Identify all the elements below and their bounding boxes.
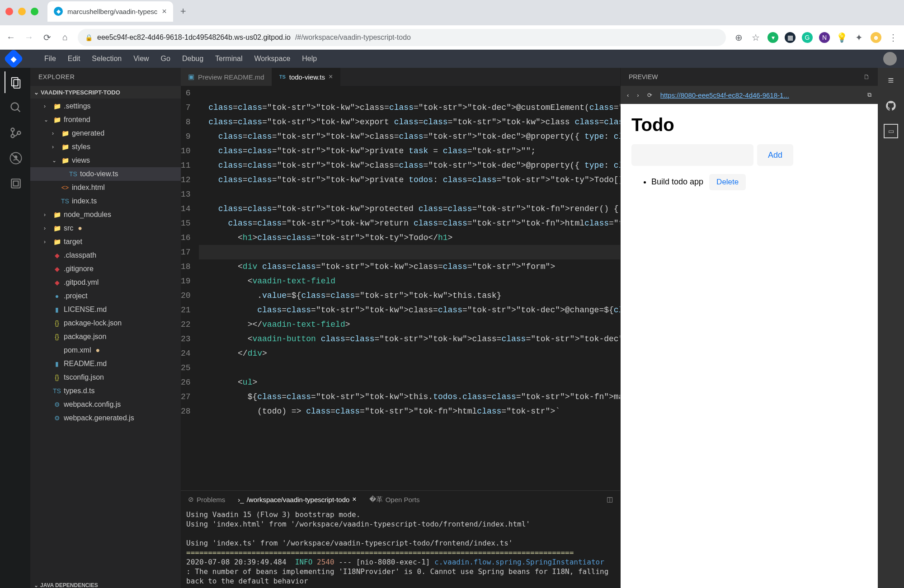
preview-back-icon[interactable]: ‹ <box>627 92 629 99</box>
extensions-menu-icon[interactable]: ✦ <box>853 32 864 43</box>
file-item[interactable]: ▮README.md <box>30 357 181 371</box>
forward-button[interactable]: → <box>24 32 34 43</box>
file-item[interactable]: <>index.html <box>30 181 181 194</box>
close-tab-icon[interactable]: × <box>162 7 167 16</box>
file-icon: ◆ <box>53 279 61 286</box>
folder-item[interactable]: ›📁src● <box>30 221 181 235</box>
open-file-icon[interactable]: 🗋 <box>863 73 870 80</box>
file-item[interactable]: TSindex.ts <box>30 194 181 208</box>
file-item[interactable]: TStodo-view.ts <box>30 167 181 181</box>
file-label: target <box>64 238 82 246</box>
delete-button[interactable]: Delete <box>709 174 746 190</box>
menu-edit[interactable]: Edit <box>68 55 80 63</box>
maximize-window-button[interactable] <box>31 8 38 15</box>
close-window-button[interactable] <box>5 8 13 15</box>
code-editor[interactable]: 6 7 8 9 10 11 12 13 14 15 16 17 18 19 20… <box>181 86 620 490</box>
gitpod-favicon-icon: ◆ <box>54 7 63 16</box>
file-item[interactable]: ⚙webpack.generated.js <box>30 411 181 425</box>
tab-readme[interactable]: ▣ Preview README.md <box>181 68 272 86</box>
reload-button[interactable]: ⟳ <box>42 32 52 43</box>
close-icon[interactable]: × <box>352 495 356 503</box>
tab-todo-view[interactable]: TS todo-view.ts × <box>272 68 341 86</box>
chevron-icon: › <box>44 103 50 109</box>
project-section[interactable]: ⌄ VAADIN-TYPESCRIPT-TODO <box>30 86 181 99</box>
file-item[interactable]: ◆.classpath <box>30 249 181 262</box>
open-external-icon[interactable]: ⧉ <box>867 91 871 99</box>
warning-icon: ⊘ <box>188 495 194 503</box>
file-item[interactable]: ◆.gitignore <box>30 262 181 276</box>
problems-tab[interactable]: ⊘Problems <box>188 495 225 503</box>
right-activity-bar: ≡ ▭ <box>878 68 904 588</box>
preview-reload-icon[interactable]: ⟳ <box>647 92 652 99</box>
preview-url[interactable]: https://8080-eee5c94f-ec82-4d46-9618-1..… <box>660 91 859 99</box>
folder-item[interactable]: ⌄📁views <box>30 154 181 167</box>
menu-terminal[interactable]: Terminal <box>215 55 242 63</box>
menu-go[interactable]: Go <box>161 55 170 63</box>
profile-avatar[interactable]: ☻ <box>871 32 881 43</box>
file-item[interactable]: ◆.gitpod.yml <box>30 276 181 289</box>
menu-view[interactable]: View <box>133 55 149 63</box>
menu-debug[interactable]: Debug <box>182 55 203 63</box>
file-label: index.ts <box>72 197 97 205</box>
file-tree: ›📁.settings⌄📁frontend›📁generated›📁styles… <box>30 99 181 579</box>
browser-tab[interactable]: ◆ marcushellberg/vaadin-typesc × <box>47 1 173 22</box>
source-control-icon[interactable] <box>5 122 26 144</box>
editor-group-preview: PREVIEW 🗋 ‹ › ⟳ https://8080-eee5c94f-ec… <box>620 68 878 588</box>
explorer-icon[interactable] <box>5 71 26 93</box>
folder-item[interactable]: ›📁target <box>30 235 181 249</box>
menu-help[interactable]: Help <box>302 55 317 63</box>
folder-item[interactable]: ⌄📁frontend <box>30 113 181 127</box>
list-icon[interactable]: ≡ <box>884 73 898 88</box>
svg-point-9 <box>14 156 17 158</box>
browser-actions: ⊕ ☆ ▾ ▦ G N 💡 ✦ ☻ ⋮ <box>733 32 899 43</box>
file-item[interactable]: ●.project <box>30 289 181 303</box>
file-item[interactable]: {}package.json <box>30 330 181 343</box>
menu-selection[interactable]: Selection <box>92 55 122 63</box>
menu-file[interactable]: File <box>44 55 56 63</box>
file-icon: <> <box>61 184 69 191</box>
file-item[interactable]: pom.xml● <box>30 343 181 357</box>
folder-item[interactable]: ›📁generated <box>30 127 181 140</box>
add-button[interactable]: Add <box>757 144 793 166</box>
search-icon[interactable] <box>5 97 26 118</box>
extension-icon[interactable]: ▾ <box>767 32 778 43</box>
terminal-output[interactable]: Using Vaadin 15 (Flow 3) bootstrap mode.… <box>181 508 620 588</box>
file-item[interactable]: ⚙webpack.config.js <box>30 398 181 411</box>
bookmark-icon[interactable]: ☆ <box>750 32 761 43</box>
todo-input[interactable] <box>631 144 753 166</box>
folder-item[interactable]: ›📁node_modules <box>30 208 181 221</box>
extension-icon[interactable]: 💡 <box>836 32 847 43</box>
outline-icon[interactable] <box>5 173 26 194</box>
java-deps-section[interactable]: ⌄ JAVA DEPENDENCIES <box>30 579 181 588</box>
file-item[interactable]: TStypes.d.ts <box>30 384 181 398</box>
minimize-window-button[interactable] <box>18 8 26 15</box>
github-icon[interactable] <box>884 99 898 113</box>
close-tab-icon[interactable]: × <box>329 73 333 81</box>
file-item[interactable]: ▮LICENSE.md <box>30 303 181 316</box>
folder-item[interactable]: ›📁.settings <box>30 99 181 113</box>
file-item[interactable]: {}tsconfig.json <box>30 371 181 384</box>
folder-item[interactable]: ›📁styles <box>30 140 181 154</box>
browser-menu-icon[interactable]: ⋮ <box>888 32 899 43</box>
address-bar[interactable]: 🔒 eee5c94f-ec82-4d46-9618-1dc49548264b.w… <box>78 29 726 46</box>
preview-forward-icon[interactable]: › <box>637 92 639 99</box>
home-button[interactable]: ⌂ <box>60 32 71 43</box>
extension-icon[interactable]: N <box>819 32 830 43</box>
back-button[interactable]: ← <box>5 32 16 43</box>
menu-workspace[interactable]: Workspace <box>254 55 291 63</box>
svg-rect-10 <box>11 179 20 188</box>
user-avatar[interactable] <box>883 52 897 66</box>
file-item[interactable]: {}package-lock.json <box>30 316 181 330</box>
extension-icon[interactable]: G <box>802 32 813 43</box>
todo-text: Build todo app <box>651 177 703 186</box>
code-content[interactable]: class=class="tok-str">"tok-kw">class=cla… <box>199 86 620 490</box>
app-logo-icon: ◆ <box>3 48 24 69</box>
open-ports-tab[interactable]: �革Open Ports <box>369 495 420 504</box>
zoom-icon[interactable]: ⊕ <box>733 32 744 43</box>
extension-icon[interactable]: ▦ <box>785 32 796 43</box>
debug-icon[interactable] <box>5 147 26 169</box>
new-tab-button[interactable]: + <box>173 5 193 17</box>
terminal-tab[interactable]: ›_/workspace/vaadin-typescript-todo× <box>238 495 356 503</box>
browser-preview-icon[interactable]: ▭ <box>884 124 898 138</box>
split-panel-icon[interactable]: ◫ <box>607 495 613 503</box>
